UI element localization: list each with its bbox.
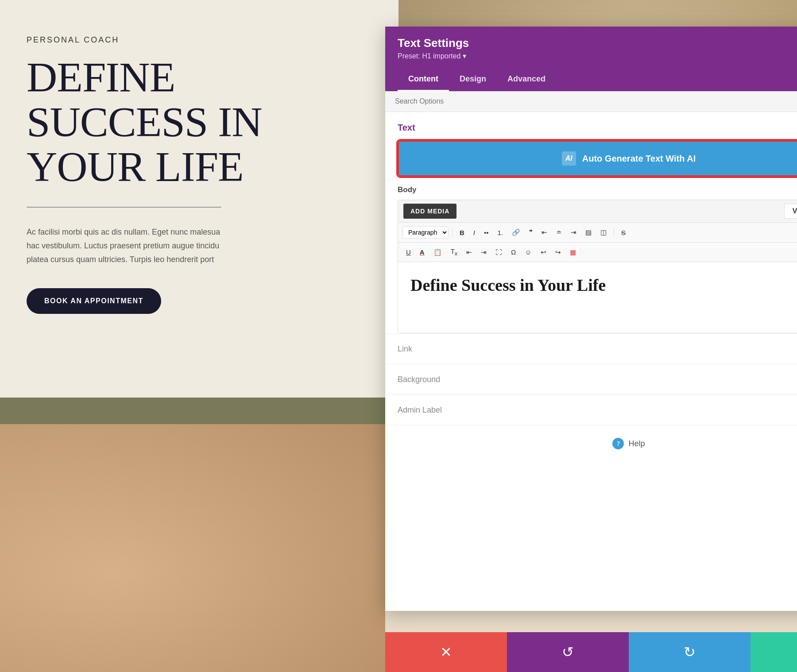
justify-button[interactable]: ▤ (582, 226, 595, 239)
italic-button[interactable]: I (470, 227, 479, 239)
ol-button[interactable]: 1. (494, 227, 507, 239)
hero-title-line2: SUCCESS IN (27, 98, 262, 146)
divider (27, 207, 221, 208)
admin-label-section-label: Admin Label (398, 406, 442, 415)
editor-content-area[interactable]: Define Success in Your Life (398, 262, 797, 333)
search-input[interactable] (395, 97, 797, 105)
body-label: Body (385, 185, 797, 200)
hero-title-line1: DEFINE (27, 54, 175, 101)
italic-icon: I (473, 229, 475, 236)
text-section-title: Text (398, 123, 415, 133)
paste-special-button[interactable]: 📋 (430, 246, 445, 259)
align-right-button[interactable]: ⇥ (567, 226, 580, 239)
panel-title-area: Text Settings Preset: H1 imported (398, 36, 469, 60)
link-button[interactable]: 🔗 (508, 226, 524, 239)
background-section[interactable]: Background ∨ (385, 364, 797, 394)
view-toggle: Visual Text (784, 204, 797, 219)
paragraph-select[interactable]: Paragraph (402, 226, 449, 239)
background-section-label: Background (398, 375, 440, 384)
ai-btn-label: Auto Generate Text With AI (582, 154, 696, 164)
ai-generate-button[interactable]: AI Auto Generate Text With AI (398, 140, 797, 177)
underline-icon: U (406, 248, 411, 256)
editor-toolbar-row1: Paragraph B I •• 1. 🔗 ❞ ⇤ ≐ ⇥ ▤ ◫ S (398, 223, 797, 243)
book-appointment-button[interactable]: BOOK AN APPOINTMENT (27, 288, 161, 314)
indent-right-button[interactable]: ⇥ (477, 246, 490, 259)
editor-area: ADD MEDIA Visual Text Paragraph B I •• 1… (398, 200, 797, 333)
bottom-action-bar: ✕ ↺ ↻ ✓ (385, 632, 797, 672)
hero-body-text: Ac facilisi morbi quis ac dis nullam. Eg… (27, 225, 230, 266)
fullscreen-editor-button[interactable]: ⛶ (492, 246, 506, 258)
redo-button[interactable]: ↻ (629, 632, 751, 672)
omega-button[interactable]: Ω (507, 246, 519, 258)
text-color-button[interactable]: A (416, 246, 428, 258)
tab-bar: Content Design Advanced (385, 68, 797, 91)
hero-title: DEFINE SUCCESS IN YOUR LIFE (27, 55, 363, 189)
olive-strip (0, 398, 385, 424)
ai-btn-wrapper: AI Auto Generate Text With AI (385, 140, 797, 185)
toolbar-divider-1 (452, 228, 453, 237)
hero-title-line3: YOUR LIFE (27, 143, 244, 190)
strike-icon: S (621, 229, 626, 236)
visual-view-button[interactable]: Visual (784, 204, 797, 219)
text-section-header: Text ∧ ⋮ (385, 112, 797, 140)
panel-header: Text Settings Preset: H1 imported ⛶ ▣ ⋮ (385, 27, 797, 68)
ul-button[interactable]: •• (480, 227, 492, 239)
editor-heading: Define Success in Your Life (410, 275, 797, 296)
admin-label-section[interactable]: Admin Label ∨ (385, 394, 797, 425)
quote-button[interactable]: ❞ (526, 226, 536, 239)
help-icon[interactable]: ? (612, 438, 624, 449)
tab-content[interactable]: Content (398, 68, 449, 91)
left-content-area: PERSONAL COACH DEFINE SUCCESS IN YOUR LI… (0, 0, 390, 398)
indent-left-button[interactable]: ⇤ (463, 246, 476, 259)
undo-button[interactable]: ↺ (507, 632, 629, 672)
personal-coach-label: PERSONAL COACH (27, 35, 363, 45)
tab-advanced[interactable]: Advanced (497, 68, 556, 91)
toolbar-divider-2 (614, 228, 614, 237)
save-button[interactable]: ✓ (751, 632, 797, 672)
subscript-button[interactable]: Tx (447, 245, 461, 259)
bottom-left-image (0, 424, 385, 672)
add-media-button[interactable]: ADD MEDIA (403, 204, 457, 219)
text-color-icon: A (420, 248, 425, 256)
emoji-button[interactable]: ☺ (521, 246, 535, 258)
search-bar: + Filter (385, 91, 797, 112)
link-section[interactable]: Link ∨ (385, 333, 797, 364)
panel-body: Text ∧ ⋮ AI Auto Generate Text With AI B… (385, 112, 797, 611)
strikethrough-button[interactable]: S (618, 227, 629, 239)
image-editor-button[interactable]: ▦ (566, 246, 580, 259)
align-left-button[interactable]: ⇤ (538, 226, 551, 239)
bold-button[interactable]: B (456, 227, 468, 239)
editor-top-bar: ADD MEDIA Visual Text (398, 200, 797, 223)
settings-panel: Text Settings Preset: H1 imported ⛶ ▣ ⋮ … (385, 27, 797, 611)
table-button[interactable]: ◫ (597, 226, 610, 239)
editor-redo-button[interactable]: ↪ (552, 246, 565, 259)
link-section-label: Link (398, 344, 412, 354)
ai-icon: AI (562, 151, 576, 166)
tab-design[interactable]: Design (449, 68, 497, 91)
cancel-button[interactable]: ✕ (385, 632, 507, 672)
editor-undo-button[interactable]: ↩ (537, 246, 550, 259)
panel-preset[interactable]: Preset: H1 imported (398, 52, 469, 60)
help-section: ? Help (385, 425, 797, 462)
editor-toolbar-row2: U A 📋 Tx ⇤ ⇥ ⛶ Ω ☺ ↩ ↪ ▦ (398, 243, 797, 262)
help-label[interactable]: Help (628, 439, 645, 448)
bold-icon: B (460, 229, 464, 236)
underline-button[interactable]: U (402, 246, 414, 258)
align-center-button[interactable]: ≐ (553, 226, 565, 239)
panel-title: Text Settings (398, 36, 469, 50)
